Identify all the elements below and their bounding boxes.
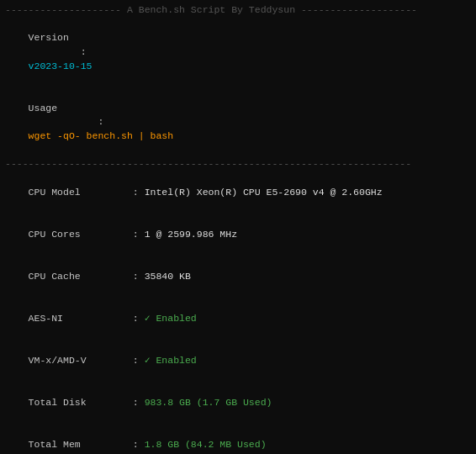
version-label: Version (29, 32, 69, 43)
vm-amd-v-label: VM-x/AMD-V : (29, 355, 145, 366)
usage-label: Usage (29, 103, 58, 114)
sys-divider: ----------------------------------------… (5, 157, 471, 172)
cpu-cores-value: 1 @ 2599.986 MHz (145, 229, 237, 240)
total-disk-label: Total Disk : (29, 397, 145, 408)
aes-ni-value: ✓ Enabled (145, 313, 197, 324)
cpu-cores-line: CPU Cores : 1 @ 2599.986 MHz (5, 214, 471, 256)
total-mem-label: Total Mem : (29, 439, 145, 450)
header-divider: -------------------- A Bench.sh Script B… (5, 3, 471, 18)
terminal-output: -------------------- A Bench.sh Script B… (5, 3, 471, 454)
cpu-model-label: CPU Model : (29, 187, 145, 198)
aes-ni-label: AES-NI : (29, 313, 145, 324)
usage-colon: : (29, 116, 110, 127)
vm-amd-v-line: VM-x/AMD-V : ✓ Enabled (5, 340, 471, 382)
version-colon: : (29, 46, 93, 57)
version-line: Version : v2023-10-15 (5, 18, 471, 87)
total-mem-value: 1.8 GB (84.2 MB Used) (145, 439, 267, 450)
usage-line: Usage : wget -qO- bench.sh | bash (5, 87, 471, 157)
vm-amd-v-value: ✓ Enabled (145, 355, 197, 366)
cpu-cache-label: CPU Cache : (29, 271, 145, 282)
usage-value: wget -qO- bench.sh | bash (29, 130, 174, 141)
cpu-model-value: Intel(R) Xeon(R) CPU E5-2690 v4 @ 2.60GH… (145, 187, 383, 198)
cpu-cores-label: CPU Cores : (29, 229, 145, 240)
cpu-cache-value: 35840 KB (145, 271, 191, 282)
aes-ni-line: AES-NI : ✓ Enabled (5, 298, 471, 340)
total-mem-line: Total Mem : 1.8 GB (84.2 MB Used) (5, 424, 471, 454)
total-disk-line: Total Disk : 983.8 GB (1.7 GB Used) (5, 382, 471, 424)
total-disk-value: 983.8 GB (1.7 GB Used) (145, 397, 272, 408)
cpu-cache-line: CPU Cache : 35840 KB (5, 256, 471, 298)
version-value: v2023-10-15 (29, 61, 93, 71)
cpu-model-line: CPU Model : Intel(R) Xeon(R) CPU E5-2690… (5, 172, 471, 214)
